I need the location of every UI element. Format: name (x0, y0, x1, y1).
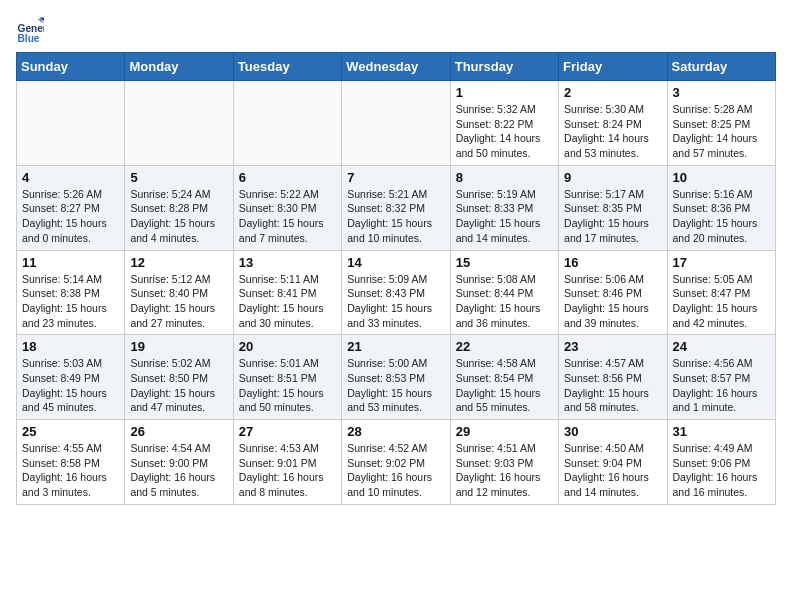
day-cell (342, 81, 450, 166)
day-number: 22 (456, 339, 553, 354)
day-info: Sunrise: 5:28 AM Sunset: 8:25 PM Dayligh… (673, 102, 770, 161)
day-number: 19 (130, 339, 227, 354)
day-info: Sunrise: 5:12 AM Sunset: 8:40 PM Dayligh… (130, 272, 227, 331)
day-number: 25 (22, 424, 119, 439)
day-cell (125, 81, 233, 166)
day-number: 13 (239, 255, 336, 270)
header-row: SundayMondayTuesdayWednesdayThursdayFrid… (17, 53, 776, 81)
day-number: 18 (22, 339, 119, 354)
day-header-monday: Monday (125, 53, 233, 81)
day-number: 15 (456, 255, 553, 270)
day-number: 27 (239, 424, 336, 439)
day-number: 14 (347, 255, 444, 270)
week-row-2: 4Sunrise: 5:26 AM Sunset: 8:27 PM Daylig… (17, 165, 776, 250)
day-number: 29 (456, 424, 553, 439)
day-cell: 25Sunrise: 4:55 AM Sunset: 8:58 PM Dayli… (17, 420, 125, 505)
day-info: Sunrise: 5:30 AM Sunset: 8:24 PM Dayligh… (564, 102, 661, 161)
day-cell (233, 81, 341, 166)
day-cell: 26Sunrise: 4:54 AM Sunset: 9:00 PM Dayli… (125, 420, 233, 505)
day-cell: 6Sunrise: 5:22 AM Sunset: 8:30 PM Daylig… (233, 165, 341, 250)
day-header-friday: Friday (559, 53, 667, 81)
day-number: 9 (564, 170, 661, 185)
day-cell (17, 81, 125, 166)
day-info: Sunrise: 4:58 AM Sunset: 8:54 PM Dayligh… (456, 356, 553, 415)
day-number: 3 (673, 85, 770, 100)
day-cell: 7Sunrise: 5:21 AM Sunset: 8:32 PM Daylig… (342, 165, 450, 250)
day-info: Sunrise: 4:55 AM Sunset: 8:58 PM Dayligh… (22, 441, 119, 500)
day-info: Sunrise: 5:06 AM Sunset: 8:46 PM Dayligh… (564, 272, 661, 331)
day-info: Sunrise: 5:24 AM Sunset: 8:28 PM Dayligh… (130, 187, 227, 246)
day-cell: 8Sunrise: 5:19 AM Sunset: 8:33 PM Daylig… (450, 165, 558, 250)
day-number: 23 (564, 339, 661, 354)
day-cell: 4Sunrise: 5:26 AM Sunset: 8:27 PM Daylig… (17, 165, 125, 250)
day-cell: 19Sunrise: 5:02 AM Sunset: 8:50 PM Dayli… (125, 335, 233, 420)
week-row-1: 1Sunrise: 5:32 AM Sunset: 8:22 PM Daylig… (17, 81, 776, 166)
day-number: 21 (347, 339, 444, 354)
day-info: Sunrise: 5:00 AM Sunset: 8:53 PM Dayligh… (347, 356, 444, 415)
day-cell: 1Sunrise: 5:32 AM Sunset: 8:22 PM Daylig… (450, 81, 558, 166)
day-info: Sunrise: 5:26 AM Sunset: 8:27 PM Dayligh… (22, 187, 119, 246)
day-info: Sunrise: 4:54 AM Sunset: 9:00 PM Dayligh… (130, 441, 227, 500)
day-cell: 21Sunrise: 5:00 AM Sunset: 8:53 PM Dayli… (342, 335, 450, 420)
day-header-thursday: Thursday (450, 53, 558, 81)
day-cell: 30Sunrise: 4:50 AM Sunset: 9:04 PM Dayli… (559, 420, 667, 505)
day-info: Sunrise: 4:50 AM Sunset: 9:04 PM Dayligh… (564, 441, 661, 500)
week-row-4: 18Sunrise: 5:03 AM Sunset: 8:49 PM Dayli… (17, 335, 776, 420)
day-cell: 24Sunrise: 4:56 AM Sunset: 8:57 PM Dayli… (667, 335, 775, 420)
day-cell: 31Sunrise: 4:49 AM Sunset: 9:06 PM Dayli… (667, 420, 775, 505)
day-info: Sunrise: 4:49 AM Sunset: 9:06 PM Dayligh… (673, 441, 770, 500)
day-info: Sunrise: 5:21 AM Sunset: 8:32 PM Dayligh… (347, 187, 444, 246)
day-number: 8 (456, 170, 553, 185)
day-info: Sunrise: 4:53 AM Sunset: 9:01 PM Dayligh… (239, 441, 336, 500)
day-info: Sunrise: 5:05 AM Sunset: 8:47 PM Dayligh… (673, 272, 770, 331)
day-cell: 27Sunrise: 4:53 AM Sunset: 9:01 PM Dayli… (233, 420, 341, 505)
day-cell: 18Sunrise: 5:03 AM Sunset: 8:49 PM Dayli… (17, 335, 125, 420)
day-number: 7 (347, 170, 444, 185)
day-cell: 2Sunrise: 5:30 AM Sunset: 8:24 PM Daylig… (559, 81, 667, 166)
day-cell: 13Sunrise: 5:11 AM Sunset: 8:41 PM Dayli… (233, 250, 341, 335)
day-info: Sunrise: 5:17 AM Sunset: 8:35 PM Dayligh… (564, 187, 661, 246)
day-cell: 14Sunrise: 5:09 AM Sunset: 8:43 PM Dayli… (342, 250, 450, 335)
day-number: 6 (239, 170, 336, 185)
day-info: Sunrise: 5:03 AM Sunset: 8:49 PM Dayligh… (22, 356, 119, 415)
day-cell: 11Sunrise: 5:14 AM Sunset: 8:38 PM Dayli… (17, 250, 125, 335)
day-info: Sunrise: 5:08 AM Sunset: 8:44 PM Dayligh… (456, 272, 553, 331)
day-number: 20 (239, 339, 336, 354)
day-info: Sunrise: 5:16 AM Sunset: 8:36 PM Dayligh… (673, 187, 770, 246)
day-number: 2 (564, 85, 661, 100)
day-number: 5 (130, 170, 227, 185)
day-header-sunday: Sunday (17, 53, 125, 81)
day-cell: 16Sunrise: 5:06 AM Sunset: 8:46 PM Dayli… (559, 250, 667, 335)
day-info: Sunrise: 4:51 AM Sunset: 9:03 PM Dayligh… (456, 441, 553, 500)
day-info: Sunrise: 4:52 AM Sunset: 9:02 PM Dayligh… (347, 441, 444, 500)
day-cell: 15Sunrise: 5:08 AM Sunset: 8:44 PM Dayli… (450, 250, 558, 335)
day-cell: 29Sunrise: 4:51 AM Sunset: 9:03 PM Dayli… (450, 420, 558, 505)
day-header-wednesday: Wednesday (342, 53, 450, 81)
day-number: 10 (673, 170, 770, 185)
day-number: 12 (130, 255, 227, 270)
day-cell: 9Sunrise: 5:17 AM Sunset: 8:35 PM Daylig… (559, 165, 667, 250)
day-number: 24 (673, 339, 770, 354)
week-row-3: 11Sunrise: 5:14 AM Sunset: 8:38 PM Dayli… (17, 250, 776, 335)
svg-text:Blue: Blue (18, 33, 40, 44)
day-cell: 17Sunrise: 5:05 AM Sunset: 8:47 PM Dayli… (667, 250, 775, 335)
day-number: 11 (22, 255, 119, 270)
logo-icon: General Blue (16, 16, 44, 44)
day-number: 1 (456, 85, 553, 100)
day-cell: 28Sunrise: 4:52 AM Sunset: 9:02 PM Dayli… (342, 420, 450, 505)
day-cell: 12Sunrise: 5:12 AM Sunset: 8:40 PM Dayli… (125, 250, 233, 335)
calendar-table: SundayMondayTuesdayWednesdayThursdayFrid… (16, 52, 776, 505)
day-cell: 5Sunrise: 5:24 AM Sunset: 8:28 PM Daylig… (125, 165, 233, 250)
day-info: Sunrise: 5:32 AM Sunset: 8:22 PM Dayligh… (456, 102, 553, 161)
day-info: Sunrise: 5:01 AM Sunset: 8:51 PM Dayligh… (239, 356, 336, 415)
day-number: 17 (673, 255, 770, 270)
day-info: Sunrise: 5:22 AM Sunset: 8:30 PM Dayligh… (239, 187, 336, 246)
day-cell: 10Sunrise: 5:16 AM Sunset: 8:36 PM Dayli… (667, 165, 775, 250)
page-header: General Blue (16, 16, 776, 44)
day-info: Sunrise: 4:56 AM Sunset: 8:57 PM Dayligh… (673, 356, 770, 415)
day-header-saturday: Saturday (667, 53, 775, 81)
day-number: 30 (564, 424, 661, 439)
day-info: Sunrise: 5:09 AM Sunset: 8:43 PM Dayligh… (347, 272, 444, 331)
day-header-tuesday: Tuesday (233, 53, 341, 81)
day-info: Sunrise: 5:02 AM Sunset: 8:50 PM Dayligh… (130, 356, 227, 415)
